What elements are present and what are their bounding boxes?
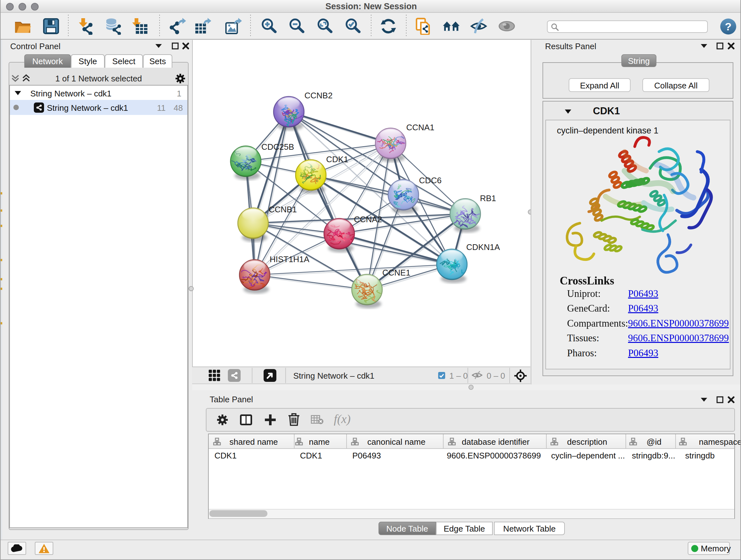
svg-text:CDC6: CDC6: [419, 176, 442, 185]
svg-text:CDK1: CDK1: [326, 154, 348, 164]
svg-text:CDC25B: CDC25B: [261, 142, 294, 152]
svg-text:CCNA2: CCNA2: [354, 214, 382, 224]
svg-text:CCNA1: CCNA1: [406, 123, 434, 132]
svg-text:CCNB2: CCNB2: [305, 91, 333, 100]
svg-text:RB1: RB1: [480, 193, 496, 203]
svg-text:CDKN1A: CDKN1A: [466, 242, 500, 252]
svg-text:CCNE1: CCNE1: [382, 268, 410, 277]
svg-text:HIST1H1A: HIST1H1A: [270, 254, 310, 264]
svg-text:CCNB1: CCNB1: [269, 205, 297, 214]
